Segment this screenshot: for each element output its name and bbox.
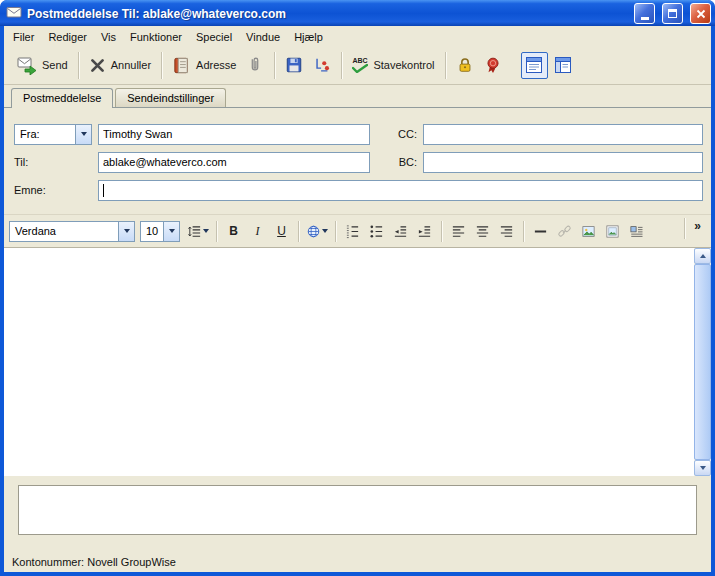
main-toolbar: Send Annuller Adresse [4, 46, 711, 85]
italic-button[interactable]: I [246, 220, 269, 242]
tab-bar: Postmeddelelse Sendeindstillinger [4, 85, 711, 108]
red-dots-icon [313, 56, 331, 74]
bc-label: BC: [387, 156, 423, 168]
image-icon [581, 224, 596, 239]
floppy-disk-icon [285, 56, 303, 74]
to-input[interactable] [98, 152, 370, 173]
align-center-button[interactable] [471, 220, 494, 242]
menu-hjaelp[interactable]: Hjælp [287, 29, 330, 45]
picture-frame-icon [605, 224, 620, 239]
message-body[interactable] [4, 248, 694, 476]
view-plain-button[interactable] [521, 52, 548, 79]
sign-button[interactable] [479, 53, 507, 77]
text-wrap-button[interactable] [625, 220, 648, 242]
address-label: Adresse [196, 59, 236, 71]
subject-input[interactable] [98, 180, 703, 201]
indent-icon [417, 224, 432, 239]
menu-vis[interactable]: Vis [94, 29, 123, 45]
minimize-button[interactable] [634, 3, 655, 24]
tab-sendeindstillinger[interactable]: Sendeindstillinger [115, 88, 226, 107]
menu-speciel[interactable]: Speciel [189, 29, 239, 45]
toolbar-overflow-button[interactable]: » [689, 218, 706, 234]
format-separator [298, 221, 299, 242]
vertical-scrollbar[interactable] [694, 248, 711, 476]
attachment-pane[interactable] [18, 485, 697, 535]
titlebar[interactable]: Postmeddelelse Til: ablake@whateverco.co… [0, 0, 715, 26]
align-left-button[interactable] [447, 220, 470, 242]
attachment-area [4, 476, 711, 551]
font-family-dropdown-button[interactable] [118, 222, 134, 241]
menu-filer[interactable]: Filer [6, 29, 41, 45]
from-combobox-label: Fra: [15, 128, 75, 140]
format-toolbar: Verdana 10 B I U [4, 214, 711, 247]
maximize-button[interactable] [662, 3, 683, 24]
line-spacing-icon [187, 224, 202, 239]
encrypt-button[interactable] [451, 53, 479, 77]
insert-frame-button[interactable] [601, 220, 624, 242]
scroll-up-button[interactable] [694, 248, 711, 264]
format-separator [684, 218, 685, 239]
link-button[interactable] [553, 220, 576, 242]
tab-postmeddelelse[interactable]: Postmeddelelse [11, 88, 113, 108]
font-family-select[interactable]: Verdana [9, 221, 135, 242]
scroll-thumb[interactable] [694, 264, 711, 460]
toolbar-separator [445, 52, 446, 79]
view-html-button[interactable] [550, 52, 577, 79]
horizontal-rule-button[interactable] [529, 220, 552, 242]
line-spacing-button[interactable] [185, 220, 211, 242]
underline-button[interactable]: U [270, 220, 293, 242]
menu-funktioner[interactable]: Funktioner [123, 29, 189, 45]
align-left-icon [451, 224, 466, 239]
menu-rediger[interactable]: Rediger [41, 29, 94, 45]
scroll-down-button[interactable] [694, 460, 711, 476]
chevron-down-icon [322, 229, 328, 233]
attach-file-button[interactable] [241, 53, 269, 77]
toolbar-separator [274, 52, 275, 79]
from-combobox[interactable]: Fra: [14, 124, 92, 145]
menu-vindue[interactable]: Vindue [239, 29, 287, 45]
align-right-button[interactable] [495, 220, 518, 242]
panel-lines-icon [524, 55, 544, 75]
status-text: Kontonummer: Novell GroupWise [12, 556, 176, 568]
align-right-icon [499, 224, 514, 239]
subject-label: Emne: [14, 184, 98, 196]
padlock-icon [456, 56, 474, 74]
bold-button[interactable]: B [222, 220, 245, 242]
send-button[interactable]: Send [12, 52, 73, 78]
cancel-button[interactable]: Annuller [84, 54, 156, 77]
send-label: Send [42, 59, 68, 71]
text-wrap-icon [629, 224, 644, 239]
mail-envelope-icon [6, 4, 22, 24]
cc-input[interactable] [423, 124, 703, 145]
hyperlink-globe-button[interactable] [304, 220, 330, 242]
minimize-icon [641, 17, 649, 20]
close-button[interactable] [690, 3, 711, 24]
align-center-icon [475, 224, 490, 239]
insert-image-button[interactable] [577, 220, 600, 242]
address-button[interactable]: Adresse [167, 53, 241, 78]
toolbar-overflow-area: » [680, 218, 706, 239]
font-size-select[interactable]: 10 [140, 221, 180, 242]
format-separator [335, 221, 336, 242]
arrow-up-icon [700, 254, 706, 258]
from-input[interactable] [98, 124, 370, 145]
text-caret [103, 184, 104, 197]
spellcheck-label: Stavekontrol [373, 59, 434, 71]
outdent-button[interactable] [389, 220, 412, 242]
window-title: Postmeddelelse Til: ablake@whateverco.co… [27, 7, 627, 21]
save-draft-button[interactable] [280, 53, 308, 77]
chevron-down-icon [169, 229, 175, 233]
font-size-dropdown-button[interactable] [163, 222, 179, 241]
address-book-icon [172, 56, 191, 75]
bullet-list-button[interactable] [365, 220, 388, 242]
close-x-icon [696, 9, 706, 19]
from-dropdown-button[interactable] [75, 125, 91, 144]
spellcheck-button[interactable]: ABC Stavekontrol [347, 54, 439, 76]
statusbar: Kontonummer: Novell GroupWise [4, 551, 711, 572]
format-separator [216, 221, 217, 242]
red-dots-button[interactable] [308, 53, 336, 77]
numbered-list-button[interactable] [341, 220, 364, 242]
indent-button[interactable] [413, 220, 436, 242]
bc-input[interactable] [423, 152, 703, 173]
client-area: Filer Rediger Vis Funktioner Speciel Vin… [4, 26, 711, 572]
